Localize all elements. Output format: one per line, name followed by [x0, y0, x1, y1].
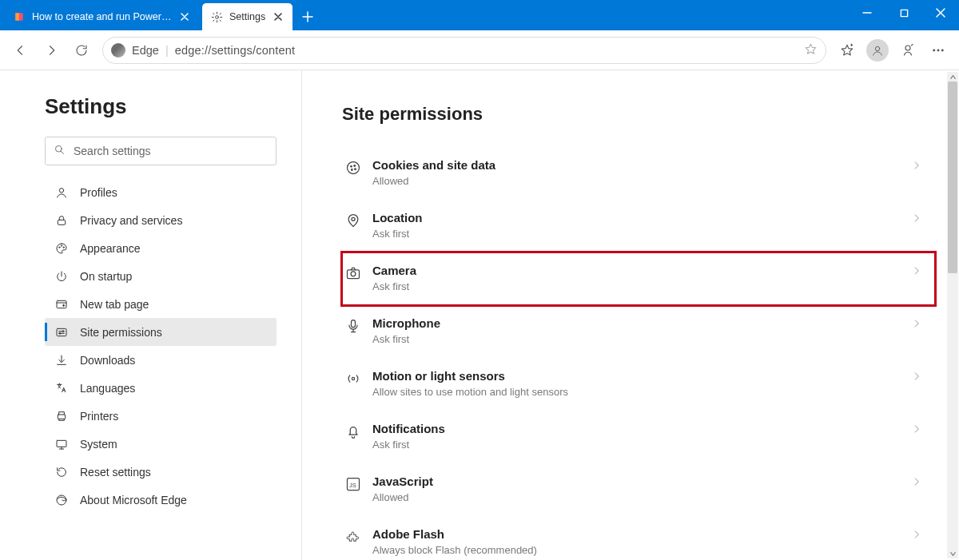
scroll-up-icon[interactable]: [947, 72, 958, 81]
cookie-icon: [345, 158, 372, 176]
chevron-right-icon: [911, 422, 930, 438]
perm-cookies[interactable]: Cookies and site data Allowed: [342, 147, 935, 200]
address-bar[interactable]: Edge | edge://settings/content: [102, 37, 826, 64]
nav-label: Printers: [80, 410, 118, 423]
svg-point-23: [352, 169, 353, 171]
nav-startup[interactable]: On startup: [45, 262, 277, 290]
favorite-star-icon[interactable]: [804, 42, 818, 58]
nav-reset[interactable]: Reset settings: [45, 458, 277, 486]
settings-title: Settings: [45, 94, 279, 119]
nav-label: Site permissions: [80, 326, 162, 339]
scrollbar-thumb[interactable]: [948, 81, 957, 273]
svg-rect-1: [901, 10, 907, 16]
printer-icon: [54, 410, 69, 423]
nav-downloads[interactable]: Downloads: [45, 346, 277, 374]
settings-sidebar: Settings Search settings Profiles Privac…: [0, 70, 302, 560]
microphone-icon: [345, 316, 372, 334]
svg-point-0: [215, 15, 218, 18]
tab-close-button[interactable]: [272, 10, 285, 23]
more-menu-button[interactable]: [924, 36, 953, 65]
vertical-scrollbar[interactable]: [947, 72, 958, 558]
window-controls: [849, 0, 959, 26]
tab-powershell[interactable]: How to create and run PowerShe…: [5, 3, 199, 30]
nav-about[interactable]: About Microsoft Edge: [45, 486, 277, 514]
nav-site-permissions[interactable]: Site permissions: [45, 318, 277, 346]
sliders-icon: [54, 326, 69, 339]
favorites-button[interactable]: [833, 36, 862, 65]
perm-title: JavaScript: [372, 475, 911, 488]
nav-appearance[interactable]: Appearance: [45, 234, 277, 262]
reset-icon: [54, 466, 69, 479]
nav-printers[interactable]: Printers: [45, 402, 277, 430]
svg-point-21: [351, 166, 352, 168]
newtab-icon: [54, 298, 69, 311]
location-icon: [345, 211, 372, 228]
nav-label: About Microsoft Edge: [80, 494, 187, 506]
profile-button[interactable]: [863, 36, 892, 65]
perm-title: Motion or light sensors: [372, 369, 911, 383]
chevron-right-icon: [911, 158, 930, 174]
svg-point-5: [937, 50, 939, 51]
palette-icon: [54, 242, 69, 255]
search-settings-input[interactable]: Search settings: [45, 137, 277, 165]
window-close-button[interactable]: [922, 0, 959, 26]
perm-motion[interactable]: Motion or light sensors Allow sites to u…: [342, 358, 935, 411]
window-maximize-button[interactable]: [885, 0, 922, 26]
perm-sub: Allowed: [372, 491, 911, 503]
nav-privacy[interactable]: Privacy and services: [45, 206, 277, 234]
new-tab-button[interactable]: [296, 5, 320, 29]
svg-point-15: [62, 330, 64, 332]
svg-point-2: [875, 46, 879, 50]
nav-label: Reset settings: [80, 466, 151, 479]
tab-settings[interactable]: Settings: [202, 3, 292, 30]
perm-title: Notifications: [372, 422, 911, 435]
refresh-button[interactable]: [67, 36, 96, 65]
perm-flash[interactable]: Adobe Flash Always block Flash (recommen…: [342, 516, 935, 560]
perm-location[interactable]: Location Ask first: [342, 200, 935, 252]
language-icon: [54, 382, 69, 395]
nav-languages[interactable]: Languages: [45, 374, 277, 402]
svg-point-22: [354, 165, 356, 167]
perm-javascript[interactable]: JS JavaScript Allowed: [342, 463, 935, 516]
svg-rect-13: [57, 300, 66, 308]
nav-new-tab[interactable]: New tab page: [45, 290, 277, 318]
nav-label: System: [80, 438, 117, 451]
perm-camera[interactable]: Camera Ask first: [342, 252, 935, 305]
svg-rect-17: [58, 415, 65, 419]
nav-profiles[interactable]: Profiles: [45, 178, 277, 206]
svg-point-10: [59, 247, 60, 248]
nav-system[interactable]: System: [45, 430, 277, 458]
tab-favicon-generic: [13, 10, 26, 23]
nav-label: Profiles: [80, 186, 117, 199]
perm-sub: Ask first: [372, 439, 911, 451]
perm-title: Cookies and site data: [372, 158, 911, 172]
perm-microphone[interactable]: Microphone Ask first: [342, 305, 935, 358]
perm-sub: Ask first: [372, 280, 911, 292]
javascript-icon: JS: [345, 475, 372, 492]
nav-label: Appearance: [80, 242, 141, 255]
svg-point-25: [352, 217, 355, 220]
nav-label: New tab page: [80, 298, 149, 311]
browser-titlebar: How to create and run PowerShe… Settings: [0, 0, 959, 30]
browser-toolbar: Edge | edge://settings/content: [0, 30, 959, 70]
window-minimize-button[interactable]: [849, 0, 885, 26]
address-url: edge://settings/content: [175, 44, 798, 57]
svg-point-20: [348, 162, 360, 174]
search-icon: [54, 144, 66, 158]
tab-close-button[interactable]: [178, 10, 191, 23]
nav-label: Privacy and services: [80, 214, 182, 227]
back-button[interactable]: [6, 36, 35, 65]
scroll-down-icon[interactable]: [947, 549, 958, 558]
svg-point-29: [352, 377, 354, 379]
svg-point-8: [59, 188, 63, 192]
forward-button[interactable]: [37, 36, 66, 65]
person-icon: [54, 186, 69, 199]
system-icon: [54, 438, 69, 451]
gear-icon: [210, 10, 223, 23]
perm-sub: Allow sites to use motion and light sens…: [372, 386, 911, 398]
chevron-right-icon: [911, 369, 930, 385]
nav-label: Downloads: [80, 354, 135, 367]
perm-notifications[interactable]: Notifications Ask first: [342, 411, 935, 463]
chevron-right-icon: [911, 527, 930, 543]
feedback-button[interactable]: [893, 36, 922, 65]
